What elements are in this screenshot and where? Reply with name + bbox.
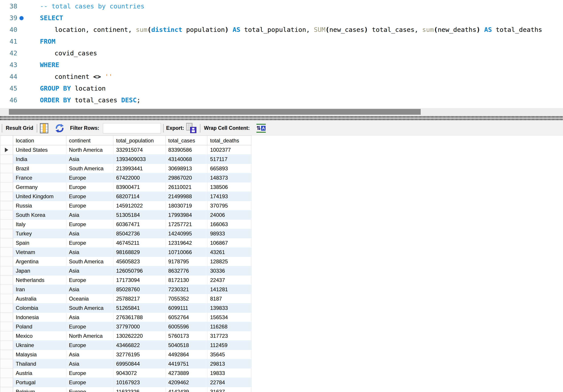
cell-total_deaths[interactable]: 98933 [207, 229, 252, 238]
cell-continent[interactable]: Asia [66, 229, 114, 238]
cell-location[interactable]: Netherlands [13, 276, 66, 285]
cell-location[interactable]: Ukraine [13, 341, 66, 350]
cell-location[interactable]: Austria [13, 368, 66, 378]
cell-continent[interactable]: Europe [66, 378, 114, 387]
cell-total_cases[interactable]: 7055352 [166, 294, 207, 303]
cell-continent[interactable]: Europe [66, 173, 114, 183]
cell-total_deaths[interactable]: 22784 [207, 378, 252, 387]
cell-total_cases[interactable]: 9178795 [166, 257, 207, 266]
cell-total_deaths[interactable]: 317723 [207, 331, 252, 341]
cell-total_cases[interactable]: 21499988 [166, 192, 207, 201]
cell-location[interactable]: United Kingdom [13, 192, 66, 201]
cell-total_deaths[interactable]: 1002377 [207, 145, 252, 155]
cell-total_deaths[interactable]: 148373 [207, 173, 252, 183]
row-selector[interactable] [0, 266, 13, 276]
cell-continent[interactable]: North America [66, 145, 114, 155]
cell-continent[interactable]: Europe [66, 341, 114, 350]
cell-location[interactable]: Spain [13, 238, 66, 248]
cell-location[interactable]: South Korea [13, 210, 66, 220]
row-selector[interactable] [0, 331, 13, 341]
cell-total_population[interactable]: 83900471 [114, 183, 166, 192]
cell-continent[interactable]: Asia [66, 359, 114, 368]
column-header-continent[interactable]: continent [66, 135, 114, 145]
row-selector[interactable] [0, 248, 13, 257]
cell-total_cases[interactable]: 10710066 [166, 248, 207, 257]
cell-total_population[interactable]: 17173094 [114, 276, 166, 285]
cell-continent[interactable]: Oceania [66, 294, 114, 303]
cell-continent[interactable]: Asia [66, 350, 114, 359]
row-selector[interactable] [0, 285, 13, 294]
cell-total_population[interactable]: 51265841 [114, 303, 166, 313]
cell-total_cases[interactable]: 4492864 [166, 350, 207, 359]
cell-total_deaths[interactable]: 665893 [207, 164, 252, 173]
row-selector[interactable] [0, 294, 13, 303]
cell-total_deaths[interactable]: 29813 [207, 359, 252, 368]
cell-total_cases[interactable]: 26110021 [166, 183, 207, 192]
cell-location[interactable]: Brazil [13, 164, 66, 173]
editor-horizontal-scrollbar[interactable] [0, 108, 563, 116]
cell-total_population[interactable]: 276361788 [114, 313, 166, 322]
cell-continent[interactable]: Asia [66, 210, 114, 220]
cell-continent[interactable]: Europe [66, 201, 114, 210]
row-selector[interactable] [0, 201, 13, 210]
cell-total_population[interactable]: 213993441 [114, 164, 166, 173]
row-selector[interactable] [0, 210, 13, 220]
cell-continent[interactable]: Asia [66, 248, 114, 257]
cell-location[interactable]: Vietnam [13, 248, 66, 257]
row-selector[interactable] [0, 164, 13, 173]
row-selector[interactable] [0, 173, 13, 183]
row-selector[interactable] [0, 359, 13, 368]
cell-total_deaths[interactable]: 43261 [207, 248, 252, 257]
row-selector[interactable] [0, 238, 13, 248]
cell-total_cases[interactable]: 6005596 [166, 322, 207, 331]
cell-total_cases[interactable]: 83390586 [166, 145, 207, 155]
cell-total_population[interactable]: 46745211 [114, 238, 166, 248]
cell-total_deaths[interactable]: 112459 [207, 341, 252, 350]
cell-total_population[interactable]: 85042736 [114, 229, 166, 238]
cell-total_cases[interactable]: 7230321 [166, 285, 207, 294]
cell-total_cases[interactable]: 4273889 [166, 368, 207, 378]
cell-total_population[interactable]: 98168829 [114, 248, 166, 257]
cell-location[interactable]: Germany [13, 183, 66, 192]
cell-total_cases[interactable]: 30698913 [166, 164, 207, 173]
code-line-38[interactable]: 38-- total cases by countries [0, 0, 563, 12]
cell-continent[interactable]: Europe [66, 220, 114, 229]
cell-total_cases[interactable]: 14240995 [166, 229, 207, 238]
cell-continent[interactable]: North America [66, 331, 114, 341]
cell-total_population[interactable]: 130262220 [114, 331, 166, 341]
column-header-total_population[interactable]: total_population [114, 135, 166, 145]
cell-location[interactable]: Argentina [13, 257, 66, 266]
row-selector[interactable] [0, 322, 13, 331]
cell-location[interactable]: Thailand [13, 359, 66, 368]
scrollbar-thumb[interactable] [9, 109, 421, 115]
cell-continent[interactable]: South America [66, 303, 114, 313]
cell-total_population[interactable]: 67422000 [114, 173, 166, 183]
cell-total_deaths[interactable]: 116268 [207, 322, 252, 331]
cell-continent[interactable]: Asia [66, 155, 114, 164]
cell-total_deaths[interactable]: 517117 [207, 155, 252, 164]
row-selector[interactable] [0, 229, 13, 238]
cell-location[interactable]: Australia [13, 294, 66, 303]
cell-total_deaths[interactable]: 30336 [207, 266, 252, 276]
cell-total_cases[interactable]: 5760173 [166, 331, 207, 341]
cell-total_cases[interactable]: 17993984 [166, 210, 207, 220]
code-line-43[interactable]: 43WHERE [0, 59, 563, 71]
gutter-header-cell[interactable] [0, 135, 13, 145]
cell-total_population[interactable]: 10167923 [114, 378, 166, 387]
cell-total_deaths[interactable]: 8187 [207, 294, 252, 303]
cell-continent[interactable]: Asia [66, 266, 114, 276]
cell-location[interactable]: United States [13, 145, 66, 155]
cell-location[interactable]: Belgium [13, 387, 66, 392]
cell-total_deaths[interactable]: 138506 [207, 183, 252, 192]
row-selector[interactable] [0, 378, 13, 387]
cell-total_population[interactable]: 9043072 [114, 368, 166, 378]
cell-total_cases[interactable]: 17257721 [166, 220, 207, 229]
cell-location[interactable]: Iran [13, 285, 66, 294]
row-selector[interactable] [0, 387, 13, 392]
row-selector[interactable] [0, 313, 13, 322]
code-line-44[interactable]: 44continent <> '' [0, 71, 563, 83]
row-selector[interactable] [0, 145, 13, 155]
cell-total_population[interactable]: 45605823 [114, 257, 166, 266]
row-selector[interactable] [0, 155, 13, 164]
cell-total_population[interactable]: 145912022 [114, 201, 166, 210]
